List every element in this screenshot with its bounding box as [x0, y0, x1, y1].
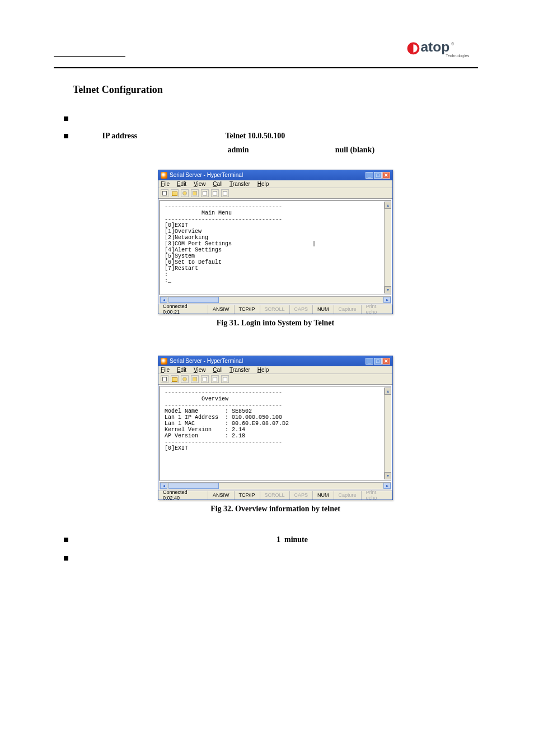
open-icon[interactable] — [171, 189, 179, 197]
terminal-line: [2]Networking — [165, 235, 208, 241]
svg-text:®: ® — [451, 42, 454, 46]
app-icon — [161, 172, 167, 179]
status-print: Print echo — [362, 305, 392, 314]
status-connected: Connected 0:00:21 — [158, 305, 208, 314]
menu-bar: File Edit View Call Transfer Help — [158, 366, 392, 374]
window-title: Serial Server - HyperTerminal — [170, 172, 243, 178]
status-connected: Connected 0:02:40 — [158, 491, 208, 500]
menu-file[interactable]: File — [161, 181, 170, 187]
minimize-button[interactable]: _ — [366, 172, 373, 179]
call-icon[interactable] — [181, 375, 189, 383]
toolbar — [158, 374, 392, 385]
status-scroll: SCROLL — [260, 305, 290, 314]
telnet-address: Telnet 10.0.50.100 — [225, 132, 285, 140]
status-bar: Connected 0:00:21 ANSIW TCP/IP SCROLL CA… — [158, 305, 392, 314]
minute-label: 1 minute — [277, 535, 308, 544]
terminal-line: Lan 1 MAC : 00.60.E9.08.07.D2 — [165, 421, 289, 427]
open-icon[interactable] — [171, 375, 179, 383]
receive-icon[interactable] — [211, 189, 219, 197]
horizontal-scrollbar[interactable]: ◂ ▸ — [160, 296, 391, 304]
terminal-line: [1]Overview — [165, 228, 202, 235]
figure-32: Serial Server - HyperTerminal _ □ ✕ File… — [73, 356, 478, 514]
bullet-icon — [64, 538, 68, 542]
send-icon[interactable] — [201, 375, 209, 383]
scroll-up-icon[interactable]: ▴ — [385, 388, 391, 395]
properties-icon[interactable] — [221, 189, 229, 197]
menu-help[interactable]: Help — [257, 181, 269, 187]
vertical-scrollbar[interactable]: ▴ ▾ — [384, 202, 391, 293]
menu-transfer[interactable]: Transfer — [229, 181, 250, 187]
terminal-line: Lan 1 IP Address : 010.000.050.100 — [165, 414, 282, 421]
horizontal-scrollbar[interactable]: ◂ ▸ — [160, 482, 391, 489]
window-titlebar: Serial Server - HyperTerminal _ □ ✕ — [158, 170, 392, 180]
ip-address-label: IP address — [102, 132, 137, 140]
scroll-thumb[interactable] — [168, 483, 219, 489]
bullet-icon — [64, 134, 68, 138]
svg-text:Technologies: Technologies — [446, 53, 470, 58]
terminal-area[interactable]: ----------------------------------- Over… — [160, 386, 391, 481]
scroll-thumb[interactable] — [168, 297, 219, 303]
menu-call[interactable]: Call — [213, 367, 222, 373]
properties-icon[interactable] — [221, 375, 229, 383]
disconnect-icon[interactable] — [191, 375, 199, 383]
scroll-down-icon[interactable]: ▾ — [385, 472, 391, 479]
close-button[interactable]: ✕ — [382, 358, 390, 365]
status-proto: TCP/IP — [235, 305, 260, 314]
new-icon[interactable] — [161, 375, 168, 383]
section-title: Telnet Configuration — [73, 84, 478, 96]
terminal-line: Main Menu — [165, 210, 232, 216]
scroll-left-icon[interactable]: ◂ — [160, 483, 167, 489]
status-term: ANSIW — [208, 305, 235, 314]
terminal-line: [4]Alert Settings — [165, 247, 222, 253]
scroll-up-icon[interactable]: ▴ — [385, 202, 391, 209]
menu-transfer[interactable]: Transfer — [229, 367, 250, 373]
svg-text:atop: atop — [420, 39, 449, 54]
vertical-scrollbar[interactable]: ▴ ▾ — [384, 388, 391, 479]
call-icon[interactable] — [181, 189, 189, 197]
scroll-down-icon[interactable]: ▾ — [385, 286, 391, 293]
status-capture: Capture — [334, 305, 362, 314]
terminal-line: [3]COM Port Settings — [165, 241, 232, 247]
menu-file[interactable]: File — [161, 367, 170, 373]
bullet-icon — [64, 556, 68, 561]
terminal-line: :_ — [165, 278, 171, 284]
maximize-button[interactable]: □ — [374, 172, 382, 179]
terminal-area[interactable]: ----------------------------------- Main… — [160, 200, 391, 295]
terminal-line: AP Version : 2.18 — [165, 433, 245, 439]
terminal-line: ----------------------------------- — [165, 216, 282, 222]
menu-view[interactable]: View — [194, 181, 206, 187]
terminal-line: [0]EXIT — [165, 445, 188, 451]
password-blank-label: null (blank) — [335, 146, 374, 154]
send-icon[interactable] — [201, 189, 209, 197]
terminal-line: [5]System — [165, 253, 195, 259]
disconnect-icon[interactable] — [191, 189, 199, 197]
status-proto: TCP/IP — [235, 491, 260, 500]
new-icon[interactable] — [161, 189, 168, 197]
window-titlebar: Serial Server - HyperTerminal _ □ ✕ — [158, 356, 392, 366]
status-num: NUM — [313, 305, 334, 314]
menu-view[interactable]: View — [194, 367, 206, 373]
admin-label: admin — [228, 146, 249, 154]
menu-edit[interactable]: Edit — [177, 181, 186, 187]
menu-bar: File Edit View Call Transfer Help — [158, 180, 392, 188]
status-term: ANSIW — [208, 491, 235, 500]
menu-edit[interactable]: Edit — [177, 367, 186, 373]
close-button[interactable]: ✕ — [382, 172, 390, 179]
bullet-list: IP address Telnet 10.0.50.100 admin — [73, 111, 478, 157]
terminal-line: ----------------------------------- — [165, 204, 282, 210]
terminal-line: ----------------------------------- — [165, 402, 282, 408]
receive-icon[interactable] — [211, 375, 219, 383]
minimize-button[interactable]: _ — [366, 358, 373, 365]
status-num: NUM — [313, 491, 334, 500]
brand-logo: atop Technologies ® — [405, 34, 478, 64]
bullet-icon — [64, 116, 68, 121]
scroll-right-icon[interactable]: ▸ — [383, 297, 391, 303]
terminal-line: [7]Restart — [165, 265, 198, 272]
terminal-line: [6]Set to Default — [165, 259, 222, 265]
maximize-button[interactable]: □ — [374, 358, 382, 365]
menu-help[interactable]: Help — [257, 367, 269, 373]
scroll-right-icon[interactable]: ▸ — [383, 483, 391, 489]
scroll-left-icon[interactable]: ◂ — [160, 297, 167, 303]
terminal-line: Kernel Version : 2.14 — [165, 427, 245, 433]
menu-call[interactable]: Call — [213, 181, 222, 187]
